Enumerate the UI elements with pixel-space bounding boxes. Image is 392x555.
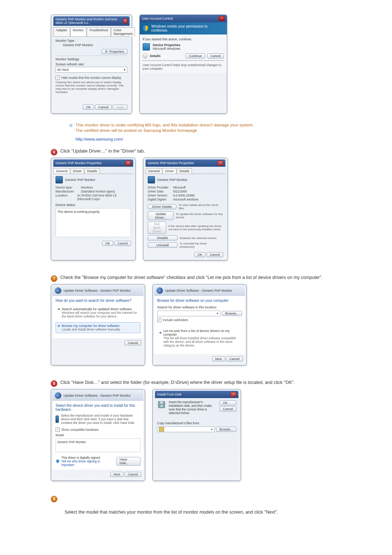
- window-title: Generic PnP Monitor Properties: [56, 161, 102, 165]
- monitor-icon: [148, 176, 155, 183]
- update-driver-search-window: ← Update Driver Software - Generic PnP M…: [51, 284, 145, 365]
- install-disk-text: Insert the manufacturer's installation d…: [169, 400, 217, 415]
- step-number-badge: 9: [51, 496, 57, 502]
- note-main-text: This monitor driver is under certifying …: [75, 123, 254, 127]
- dialog-description: Select the manufacturer and model of you…: [61, 414, 140, 425]
- tab-general[interactable]: General: [146, 168, 162, 174]
- chevron-down-icon: ▾: [124, 68, 126, 72]
- include-subfolders-label: Include subfolders: [163, 318, 188, 322]
- tab-driver[interactable]: Driver: [70, 168, 84, 174]
- samsung-link[interactable]: http://www.samsung.com/: [75, 137, 123, 141]
- tab-general[interactable]: General: [53, 168, 70, 174]
- back-icon[interactable]: ←: [156, 287, 163, 294]
- breadcrumb: Update Driver Software - Generic PnP Mon…: [165, 289, 232, 292]
- step-6-text: Click "Update Driver…" in the "Driver" t…: [60, 149, 145, 154]
- close-icon[interactable]: ×: [125, 161, 131, 166]
- close-icon[interactable]: ×: [230, 392, 236, 397]
- monitor-icon: [56, 416, 59, 423]
- tab-troubleshoot[interactable]: Troubleshoot: [87, 27, 111, 36]
- properties-button[interactable]: ⛨ Properties: [102, 49, 127, 54]
- close-icon[interactable]: ×: [123, 19, 127, 24]
- breadcrumb: Update Driver Software - Generic PnP Mon…: [64, 394, 131, 397]
- tab-details[interactable]: Details: [85, 168, 100, 174]
- back-icon[interactable]: ←: [55, 287, 61, 294]
- uac-started-text: If you started this action, continue.: [143, 37, 224, 41]
- step-number-badge: 6: [51, 149, 57, 155]
- device-heading: Generic PnP Monitor: [65, 178, 95, 182]
- cancel-button[interactable]: Cancel: [220, 406, 236, 412]
- close-icon[interactable]: ×: [217, 161, 223, 166]
- device-status-label: Device status: [56, 203, 131, 207]
- cancel-button[interactable]: Cancel: [207, 252, 223, 257]
- tab-adapter[interactable]: Adapter: [53, 27, 70, 36]
- monitor-type-label: Monitor Type: [56, 39, 127, 42]
- ok-button[interactable]: OK: [220, 400, 236, 405]
- tab-color-mgmt[interactable]: Color Management: [111, 27, 135, 36]
- cancel-button[interactable]: Cancel: [124, 340, 141, 345]
- uac-footer-text: User Account Control helps stop unauthor…: [143, 63, 224, 70]
- step-8-text: Click "Have Disk…" and select the folder…: [60, 380, 295, 385]
- option-pick-from-list[interactable]: ➔Let me pick from a list of device drive…: [157, 327, 242, 349]
- ok-button[interactable]: OK: [194, 252, 205, 257]
- apply-button[interactable]: Apply: [113, 105, 127, 110]
- window-title: Generic PnP Monitor Properties: [148, 161, 194, 165]
- cancel-button[interactable]: Cancel: [226, 356, 243, 361]
- dialog-heading: Select the device driver you want to ins…: [56, 404, 140, 412]
- driver-signed-text: This driver is digitally signed.: [61, 456, 114, 459]
- hide-modes-checkbox[interactable]: [56, 76, 60, 80]
- browse-button[interactable]: Browse...: [216, 427, 236, 432]
- note-sub-text: The certified driver will be posted on S…: [75, 128, 197, 133]
- uac-details-toggle[interactable]: Details: [150, 54, 161, 58]
- next-button[interactable]: Next: [212, 356, 225, 361]
- option-auto-search[interactable]: ➔Search automatically for updated driver…: [56, 305, 140, 320]
- install-from-disk-dialog: Install From Disk × Insert the manufactu…: [152, 389, 241, 481]
- folder-icon: [159, 427, 164, 432]
- cancel-button[interactable]: Cancel: [95, 105, 112, 110]
- screenshot-row-4: ← Update Driver Software - Generic PnP M…: [51, 389, 341, 481]
- ok-button[interactable]: OK: [102, 241, 113, 246]
- step-6: 6 Click "Update Driver…" in the "Driver"…: [51, 149, 341, 155]
- signing-info-link[interactable]: Tell me why driver signing is important: [61, 459, 114, 467]
- step-8: 8 Click "Have Disk…" and select the fold…: [51, 380, 341, 387]
- tab-driver[interactable]: Driver: [163, 168, 176, 174]
- cancel-button[interactable]: Cancel: [124, 472, 141, 477]
- tab-strip: Adapter Monitor Troubleshoot Color Manag…: [53, 26, 130, 37]
- have-disk-button[interactable]: Have Disk...: [117, 457, 140, 466]
- location-combo[interactable]: ▾: [157, 311, 220, 316]
- rollback-driver-button[interactable]: Roll Back Driver: [148, 222, 166, 234]
- step-9: 9: [51, 495, 341, 502]
- next-button[interactable]: Next: [110, 472, 124, 477]
- browse-button[interactable]: Browse...: [222, 311, 242, 316]
- location-label: Search for driver software in this locat…: [157, 305, 242, 309]
- cancel-button[interactable]: Cancel: [114, 241, 131, 246]
- refresh-rate-dropdown[interactable]: 60 Hertz ▾: [56, 67, 127, 73]
- update-driver-button[interactable]: Update Driver...: [148, 211, 173, 220]
- cancel-button[interactable]: Cancel: [207, 53, 224, 58]
- model-list-item[interactable]: Generic PnP Monitor: [57, 440, 139, 444]
- disable-button[interactable]: Disable: [148, 235, 177, 240]
- option-browse-computer[interactable]: ➔Browse my computer for driver software …: [56, 322, 140, 333]
- chevron-down-icon: ▾: [211, 428, 213, 431]
- window-titlebar: Generic PnP Monitor Properties ×: [146, 159, 225, 167]
- device-heading: Generic PnP Monitor: [157, 178, 187, 182]
- uac-app-name: Device Properties: [153, 43, 180, 47]
- driver-details-button[interactable]: Driver Details: [148, 204, 176, 209]
- step-7-text: Check the "Browse my computer for driver…: [60, 275, 323, 280]
- close-icon[interactable]: ×: [219, 16, 225, 21]
- copy-from-combo[interactable]: ▾: [157, 426, 215, 432]
- tab-monitor[interactable]: Monitor: [70, 27, 86, 36]
- chevron-down-icon[interactable]: [143, 53, 148, 58]
- compatible-hardware-checkbox[interactable]: [56, 428, 60, 432]
- back-icon[interactable]: ←: [55, 392, 61, 399]
- compatible-hardware-label: Show compatible hardware: [61, 428, 99, 432]
- window-title: Install From Disk: [157, 393, 181, 396]
- include-subfolders-checkbox[interactable]: [157, 318, 162, 322]
- tab-details[interactable]: Details: [177, 168, 192, 174]
- shield-icon: [142, 25, 149, 32]
- continue-button[interactable]: Continue: [185, 53, 205, 58]
- svg-point-2: [160, 405, 163, 407]
- uninstall-button[interactable]: Uninstall: [148, 243, 177, 248]
- ok-button[interactable]: OK: [83, 105, 94, 110]
- uac-titlebar: User Account Control ×: [140, 15, 227, 22]
- device-props-general-window: Generic PnP Monitor Properties × General…: [51, 158, 136, 260]
